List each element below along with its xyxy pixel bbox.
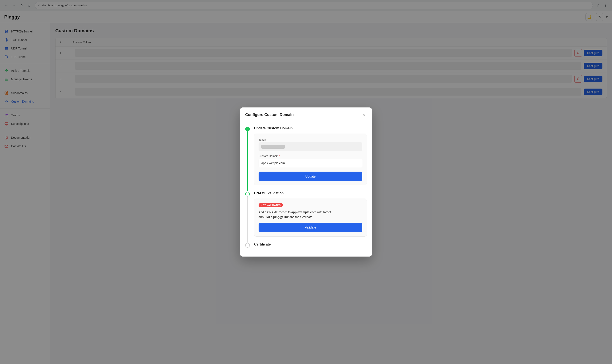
configure-domain-modal: Configure Custom Domain ✕ Update Custom …	[240, 107, 372, 257]
cname-target: ahsu9ol.a.pinggy.link	[259, 215, 289, 219]
token-input-wrapper	[259, 143, 362, 151]
cname-prefix: Add a CNAME record to	[259, 210, 291, 214]
step-3-left	[245, 243, 250, 251]
step-2-card: NOT VALIDATED Add a CNAME record to app.…	[254, 199, 367, 237]
cname-instruction: Add a CNAME record to app.example.com wi…	[259, 210, 362, 219]
cname-mid: with target	[316, 210, 331, 214]
step-update: Update Custom Domain Token Custom Domain…	[245, 126, 367, 191]
step-2-content: CNAME Validation NOT VALIDATED Add a CNA…	[254, 191, 367, 243]
step-2-circle	[245, 192, 250, 196]
step-1-left	[245, 126, 250, 191]
domain-form-group: Custom Domain*	[259, 154, 362, 167]
modal-header: Configure Custom Domain ✕	[240, 107, 372, 121]
cname-suffix: and then Validate.	[289, 215, 313, 219]
step-3-content: Certificate	[254, 243, 367, 251]
step-1-circle	[245, 127, 250, 131]
step-3-circle	[245, 243, 250, 248]
step-2-left	[245, 191, 250, 243]
step-2-line	[247, 196, 248, 243]
token-form-group: Token	[259, 138, 362, 151]
cname-domain: app.example.com	[291, 210, 316, 214]
modal-close-button[interactable]: ✕	[361, 112, 367, 118]
modal-overlay[interactable]: Configure Custom Domain ✕ Update Custom …	[0, 0, 612, 364]
modal-stepper: Update Custom Domain Token Custom Domain…	[240, 121, 372, 257]
not-validated-badge: NOT VALIDATED	[259, 203, 283, 207]
domain-input[interactable]	[259, 159, 362, 167]
token-masked-value	[261, 145, 285, 149]
step-certificate: Certificate	[245, 243, 367, 251]
domain-label: Custom Domain*	[259, 154, 362, 157]
step-2-title: CNAME Validation	[254, 191, 367, 195]
step-cname: CNAME Validation NOT VALIDATED Add a CNA…	[245, 191, 367, 243]
step-3-title: Certificate	[254, 243, 367, 246]
update-button[interactable]: Update	[259, 172, 362, 181]
token-label: Token	[259, 138, 362, 141]
step-1-line	[247, 131, 248, 191]
step-1-card: Token Custom Domain* Update	[254, 134, 367, 185]
step-1-content: Update Custom Domain Token Custom Domain…	[254, 126, 367, 191]
modal-title: Configure Custom Domain	[245, 113, 294, 117]
step-1-title: Update Custom Domain	[254, 126, 367, 130]
required-star: *	[279, 154, 280, 157]
validate-button[interactable]: Validate	[259, 223, 362, 232]
